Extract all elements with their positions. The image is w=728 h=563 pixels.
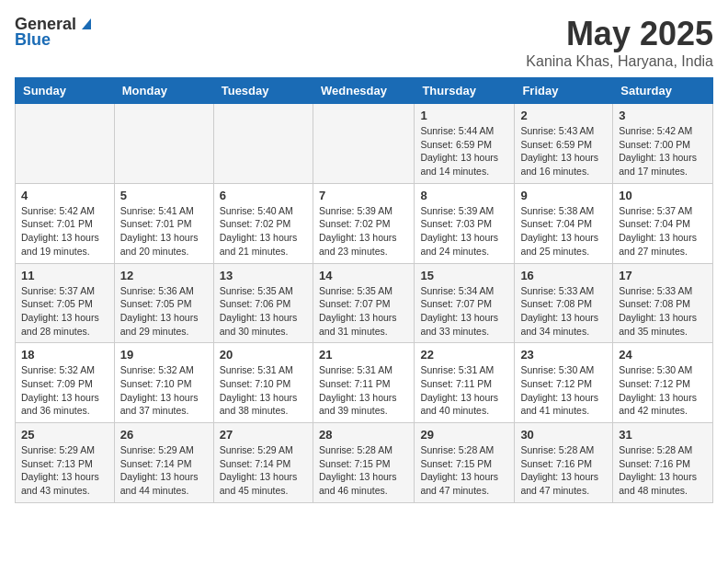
calendar-cell: 1Sunrise: 5:44 AM Sunset: 6:59 PM Daylig… [415, 104, 515, 184]
day-info: Sunrise: 5:31 AM Sunset: 7:10 PM Dayligh… [220, 363, 307, 418]
day-number: 18 [21, 348, 108, 362]
calendar-cell: 31Sunrise: 5:28 AM Sunset: 7:16 PM Dayli… [613, 423, 713, 503]
calendar-cell: 15Sunrise: 5:34 AM Sunset: 7:07 PM Dayli… [415, 263, 515, 343]
location-title: Kanina Khas, Haryana, India [526, 53, 713, 70]
calendar-cell [313, 104, 414, 184]
day-number: 28 [319, 428, 408, 442]
day-info: Sunrise: 5:35 AM Sunset: 7:07 PM Dayligh… [319, 284, 408, 339]
calendar-cell: 21Sunrise: 5:31 AM Sunset: 7:11 PM Dayli… [313, 343, 414, 423]
day-info: Sunrise: 5:33 AM Sunset: 7:08 PM Dayligh… [619, 284, 707, 339]
day-info: Sunrise: 5:43 AM Sunset: 6:59 PM Dayligh… [520, 124, 607, 178]
day-number: 4 [21, 189, 108, 202]
day-number: 15 [420, 269, 508, 282]
calendar-cell: 17Sunrise: 5:33 AM Sunset: 7:08 PM Dayli… [613, 263, 713, 343]
calendar-cell: 25Sunrise: 5:29 AM Sunset: 7:13 PM Dayli… [16, 423, 115, 503]
day-number: 5 [120, 189, 208, 202]
weekday-header-friday: Friday [515, 78, 613, 104]
calendar-table: SundayMondayTuesdayWednesdayThursdayFrid… [15, 77, 713, 503]
day-number: 13 [220, 269, 307, 282]
day-number: 16 [520, 269, 607, 282]
calendar-cell: 19Sunrise: 5:32 AM Sunset: 7:10 PM Dayli… [114, 343, 213, 423]
day-info: Sunrise: 5:42 AM Sunset: 7:00 PM Dayligh… [619, 124, 707, 178]
day-number: 21 [319, 348, 408, 362]
calendar-cell: 3Sunrise: 5:42 AM Sunset: 7:00 PM Daylig… [613, 104, 713, 184]
day-number: 6 [220, 189, 307, 202]
day-info: Sunrise: 5:35 AM Sunset: 7:06 PM Dayligh… [220, 284, 307, 339]
day-info: Sunrise: 5:38 AM Sunset: 7:04 PM Dayligh… [520, 204, 607, 259]
day-number: 14 [319, 269, 408, 282]
day-info: Sunrise: 5:29 AM Sunset: 7:14 PM Dayligh… [220, 443, 307, 498]
calendar-cell: 26Sunrise: 5:29 AM Sunset: 7:14 PM Dayli… [114, 423, 213, 503]
day-number: 24 [619, 348, 707, 362]
day-info: Sunrise: 5:37 AM Sunset: 7:04 PM Dayligh… [619, 204, 707, 259]
logo-blue: Blue [15, 30, 51, 50]
title-area: May 2025 Kanina Khas, Haryana, India [526, 15, 713, 70]
week-row-5: 25Sunrise: 5:29 AM Sunset: 7:13 PM Dayli… [16, 423, 713, 503]
day-number: 8 [420, 189, 508, 202]
day-number: 17 [619, 269, 707, 282]
page-header: General Blue May 2025 Kanina Khas, Harya… [15, 15, 713, 70]
day-info: Sunrise: 5:28 AM Sunset: 7:15 PM Dayligh… [319, 443, 408, 498]
day-info: Sunrise: 5:39 AM Sunset: 7:02 PM Dayligh… [319, 204, 408, 259]
calendar-cell: 2Sunrise: 5:43 AM Sunset: 6:59 PM Daylig… [515, 104, 613, 184]
day-info: Sunrise: 5:28 AM Sunset: 7:16 PM Dayligh… [619, 443, 707, 498]
calendar-cell: 22Sunrise: 5:31 AM Sunset: 7:11 PM Dayli… [415, 343, 515, 423]
day-info: Sunrise: 5:29 AM Sunset: 7:14 PM Dayligh… [120, 443, 208, 498]
day-info: Sunrise: 5:32 AM Sunset: 7:09 PM Dayligh… [21, 363, 108, 418]
day-info: Sunrise: 5:39 AM Sunset: 7:03 PM Dayligh… [420, 204, 508, 259]
day-info: Sunrise: 5:28 AM Sunset: 7:16 PM Dayligh… [520, 443, 607, 498]
calendar-cell: 4Sunrise: 5:42 AM Sunset: 7:01 PM Daylig… [16, 183, 115, 263]
day-info: Sunrise: 5:31 AM Sunset: 7:11 PM Dayligh… [420, 363, 508, 418]
calendar-cell: 9Sunrise: 5:38 AM Sunset: 7:04 PM Daylig… [515, 183, 613, 263]
week-row-1: 1Sunrise: 5:44 AM Sunset: 6:59 PM Daylig… [16, 104, 713, 184]
day-info: Sunrise: 5:34 AM Sunset: 7:07 PM Dayligh… [420, 284, 508, 339]
day-number: 25 [21, 428, 108, 442]
day-number: 1 [420, 109, 508, 122]
day-number: 31 [619, 428, 707, 442]
logo: General Blue [15, 15, 95, 50]
calendar-cell: 18Sunrise: 5:32 AM Sunset: 7:09 PM Dayli… [16, 343, 115, 423]
calendar-cell: 8Sunrise: 5:39 AM Sunset: 7:03 PM Daylig… [415, 183, 515, 263]
day-info: Sunrise: 5:31 AM Sunset: 7:11 PM Dayligh… [319, 363, 408, 418]
calendar-cell [16, 104, 115, 184]
calendar-cell: 7Sunrise: 5:39 AM Sunset: 7:02 PM Daylig… [313, 183, 414, 263]
weekday-header-saturday: Saturday [613, 78, 713, 104]
day-number: 26 [120, 428, 208, 442]
calendar-cell [213, 104, 313, 184]
day-number: 30 [520, 428, 607, 442]
day-number: 2 [520, 109, 607, 122]
day-number: 9 [520, 189, 607, 202]
day-number: 10 [619, 189, 707, 202]
day-info: Sunrise: 5:42 AM Sunset: 7:01 PM Dayligh… [21, 204, 108, 259]
day-number: 27 [220, 428, 307, 442]
calendar-cell: 14Sunrise: 5:35 AM Sunset: 7:07 PM Dayli… [313, 263, 414, 343]
calendar-cell: 5Sunrise: 5:41 AM Sunset: 7:01 PM Daylig… [114, 183, 213, 263]
weekday-header-monday: Monday [114, 78, 213, 104]
day-number: 23 [520, 348, 607, 362]
week-row-2: 4Sunrise: 5:42 AM Sunset: 7:01 PM Daylig… [16, 183, 713, 263]
calendar-cell: 28Sunrise: 5:28 AM Sunset: 7:15 PM Dayli… [313, 423, 414, 503]
week-row-4: 18Sunrise: 5:32 AM Sunset: 7:09 PM Dayli… [16, 343, 713, 423]
day-number: 19 [120, 348, 208, 362]
day-number: 7 [319, 189, 408, 202]
day-number: 12 [120, 269, 208, 282]
day-info: Sunrise: 5:40 AM Sunset: 7:02 PM Dayligh… [220, 204, 307, 259]
calendar-cell: 20Sunrise: 5:31 AM Sunset: 7:10 PM Dayli… [213, 343, 313, 423]
day-info: Sunrise: 5:32 AM Sunset: 7:10 PM Dayligh… [120, 363, 208, 418]
day-info: Sunrise: 5:33 AM Sunset: 7:08 PM Dayligh… [520, 284, 607, 339]
day-info: Sunrise: 5:30 AM Sunset: 7:12 PM Dayligh… [619, 363, 707, 418]
day-number: 22 [420, 348, 508, 362]
day-number: 3 [619, 109, 707, 122]
calendar-cell: 30Sunrise: 5:28 AM Sunset: 7:16 PM Dayli… [515, 423, 613, 503]
day-info: Sunrise: 5:41 AM Sunset: 7:01 PM Dayligh… [120, 204, 208, 259]
calendar-cell: 23Sunrise: 5:30 AM Sunset: 7:12 PM Dayli… [515, 343, 613, 423]
day-number: 29 [420, 428, 508, 442]
logo-triangle-icon [78, 15, 95, 31]
calendar-cell: 24Sunrise: 5:30 AM Sunset: 7:12 PM Dayli… [613, 343, 713, 423]
weekday-header-thursday: Thursday [415, 78, 515, 104]
calendar-cell: 10Sunrise: 5:37 AM Sunset: 7:04 PM Dayli… [613, 183, 713, 263]
calendar-cell [114, 104, 213, 184]
day-info: Sunrise: 5:30 AM Sunset: 7:12 PM Dayligh… [520, 363, 607, 418]
day-info: Sunrise: 5:37 AM Sunset: 7:05 PM Dayligh… [21, 284, 108, 339]
day-number: 11 [21, 269, 108, 282]
